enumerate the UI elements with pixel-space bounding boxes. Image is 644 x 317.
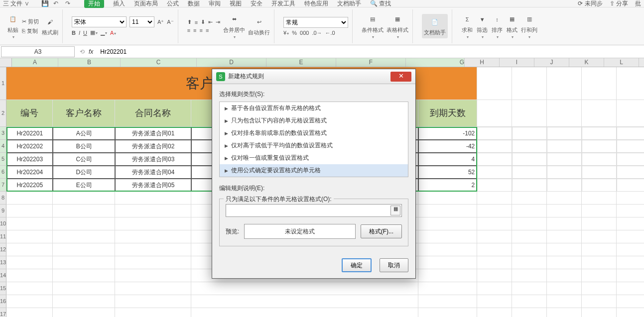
cell[interactable]: 劳务派遣合同05 (115, 179, 191, 192)
rule-type-item[interactable]: ▶仅对唯一值或重复值设置格式 (220, 152, 408, 164)
format-button[interactable]: ▦格式▾ (506, 13, 518, 39)
cell[interactable]: 4 (418, 153, 477, 166)
row-header-3[interactable]: 3 (0, 127, 6, 140)
range-picker-button[interactable]: ▦ (390, 206, 400, 215)
col-header-H[interactable]: H (465, 58, 500, 67)
wrap-text-button[interactable]: ↩自动换行 (248, 16, 270, 36)
row-header-13[interactable]: 13 (0, 256, 6, 269)
row-header-1[interactable]: 1 (0, 67, 6, 100)
cell[interactable]: -42 (418, 140, 477, 153)
conditional-format-button[interactable]: ▤条件格式▾ (362, 13, 384, 39)
cell[interactable]: -102 (418, 127, 477, 140)
inc-decimal-icon[interactable]: .0→ (312, 30, 322, 36)
dec-decimal-icon[interactable]: ←.0 (325, 30, 335, 36)
row-header-14[interactable]: 14 (0, 269, 6, 282)
cut-button[interactable]: ✂剪切 (22, 18, 39, 25)
save-icon[interactable]: 💾 (41, 0, 48, 7)
table-style-button[interactable]: ▦表格样式▾ (386, 13, 408, 39)
tab-special[interactable]: 特色应用 (304, 0, 328, 8)
align-top-icon[interactable]: ⬆ (187, 19, 192, 25)
row-header-15[interactable]: 15 (0, 282, 6, 295)
comma-icon[interactable]: 000 (300, 30, 309, 36)
col-header-J[interactable]: J (534, 58, 569, 67)
col-header-B[interactable]: B (58, 58, 121, 67)
cell[interactable]: Hr202204 (6, 166, 53, 179)
cancel-button[interactable]: 取消 (380, 258, 408, 272)
cell[interactable]: 劳务派遣合同04 (115, 166, 191, 179)
cell[interactable]: 劳务派遣合同03 (115, 153, 191, 166)
cell[interactable]: D公司 (53, 166, 115, 179)
increase-font-icon[interactable]: A⁺ (157, 19, 164, 25)
cell[interactable]: E公司 (53, 179, 115, 192)
align-left-icon[interactable]: ≡ (187, 27, 190, 33)
row-header-17[interactable]: 17 (0, 308, 6, 317)
border-button[interactable]: ▦▾ (90, 29, 98, 36)
cell[interactable]: 劳务派遣合同02 (115, 140, 191, 153)
col-header-E[interactable]: E (266, 58, 336, 67)
fx-icon[interactable]: fx (89, 48, 93, 55)
indent-left-icon[interactable]: ⇤ (208, 19, 213, 25)
fx-cancel-icon[interactable]: ⟲ (80, 48, 85, 55)
col-header-G[interactable]: G (406, 58, 465, 67)
number-format-select[interactable]: 常规 (283, 17, 348, 28)
formula-condition-input[interactable]: ▦ (226, 204, 402, 217)
font-size-select[interactable]: 11 (129, 16, 154, 27)
header-cell[interactable]: 客户名称 (53, 100, 115, 127)
cell[interactable]: Hr202202 (6, 140, 53, 153)
font-color-button[interactable]: A▾ (110, 30, 116, 36)
align-bottom-icon[interactable]: ⬇ (201, 19, 205, 25)
row-header-12[interactable]: 12 (0, 243, 6, 256)
cell[interactable]: B公司 (53, 140, 115, 153)
select-all-corner[interactable] (0, 58, 12, 67)
tab-review[interactable]: 审阅 (209, 0, 221, 8)
row-header-2[interactable]: 2 (0, 100, 6, 127)
rule-type-item[interactable]: ▶使用公式确定要设置格式的单元格 (220, 164, 408, 177)
align-center-icon[interactable]: ≡ (193, 27, 196, 33)
cell[interactable]: Hr202205 (6, 179, 53, 192)
align-middle-icon[interactable]: ≡ (195, 19, 198, 25)
col-header-D[interactable]: D (197, 58, 266, 67)
cell[interactable]: 2 (418, 179, 477, 192)
col-header-I[interactable]: I (500, 58, 534, 67)
font-name-select[interactable]: 宋体 (72, 16, 127, 27)
row-header-9[interactable]: 9 (0, 205, 6, 217)
row-header-11[interactable]: 11 (0, 230, 6, 243)
share-button[interactable]: ⇪ 分享 (610, 0, 628, 8)
header-cell[interactable]: 合同名称 (115, 100, 191, 127)
tab-formula[interactable]: 公式 (167, 0, 179, 8)
align-right-icon[interactable]: ≡ (200, 27, 203, 33)
italic-button[interactable]: I (79, 30, 80, 36)
merge-center-button[interactable]: ⬌合并居中▾ (223, 13, 245, 39)
close-button[interactable]: ✕ (390, 72, 411, 82)
rule-type-item[interactable]: ▶仅对高于或低于平均值的数值设置格式 (220, 139, 408, 152)
rule-type-item[interactable]: ▶只为包含以下内容的单元格设置格式 (220, 114, 408, 127)
cell[interactable]: A公司 (53, 127, 115, 140)
cell[interactable]: 劳务派遣合同01 (115, 127, 191, 140)
format-button[interactable]: 格式(F)... (361, 224, 402, 238)
header-cell[interactable]: 到期天数 (418, 100, 477, 127)
row-header-16[interactable]: 16 (0, 295, 6, 308)
underline-button[interactable]: U (83, 30, 87, 36)
row-header-5[interactable]: 5 (0, 153, 6, 166)
sync-status[interactable]: ⟳ 未同步 (578, 0, 602, 8)
ok-button[interactable]: 确定 (342, 258, 372, 272)
align-justify-icon[interactable]: ≡ (206, 27, 209, 33)
format-painter-button[interactable]: 🖌格式刷 (42, 16, 58, 36)
rule-type-item[interactable]: ▶基于各自值设置所有单元格的格式 (220, 102, 408, 114)
col-header-C[interactable]: C (121, 58, 197, 67)
tab-pagelayout[interactable]: 页面布局 (134, 0, 158, 8)
file-menu[interactable]: 三 文件 ∨ (3, 0, 29, 8)
rule-type-item[interactable]: ▶仅对排名靠前或靠后的数值设置格式 (220, 127, 408, 139)
doc-helper-button[interactable]: 📄文档助手 (422, 14, 448, 38)
tab-view[interactable]: 视图 (230, 0, 242, 8)
col-header-A[interactable]: A (12, 58, 58, 67)
paste-button[interactable]: 📋粘贴▾ (7, 13, 19, 39)
cell[interactable]: C公司 (53, 153, 115, 166)
cell[interactable]: 52 (418, 166, 477, 179)
cell[interactable]: Hr202201 (6, 127, 53, 140)
col-header-F[interactable]: F (336, 58, 406, 67)
col-header-L[interactable]: L (604, 58, 639, 67)
rowcol-button[interactable]: ▥行和列▾ (521, 13, 537, 39)
row-header-10[interactable]: 10 (0, 217, 6, 230)
formula-input[interactable] (97, 46, 644, 57)
